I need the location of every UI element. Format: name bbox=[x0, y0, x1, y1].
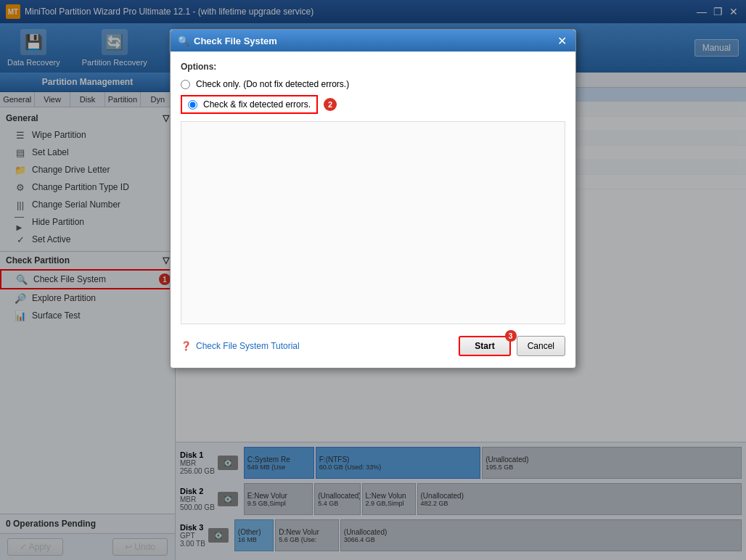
options-label: Options: bbox=[181, 62, 565, 72]
modal-title: Check File System bbox=[194, 36, 277, 46]
modal-buttons: Start 3 Cancel bbox=[459, 336, 565, 356]
option1-radio[interactable] bbox=[181, 80, 190, 89]
tutorial-label: Check File System Tutorial bbox=[196, 341, 300, 351]
badge-2: 2 bbox=[324, 98, 337, 111]
badge-3: 3 bbox=[505, 330, 517, 342]
cancel-button[interactable]: Cancel bbox=[517, 336, 565, 356]
modal-close-button[interactable]: ✕ bbox=[555, 34, 568, 47]
modal-title-icon: 🔍 bbox=[178, 36, 189, 46]
check-file-system-modal: 🔍 Check File System ✕ Options: Check onl… bbox=[170, 29, 576, 368]
modal-body: Options: Check only. (Do not fix detecte… bbox=[171, 52, 575, 368]
modal-footer: ❓ Check File System Tutorial Start 3 Can… bbox=[181, 332, 565, 358]
modal-content-area bbox=[181, 121, 565, 324]
tutorial-link[interactable]: ❓ Check File System Tutorial bbox=[181, 341, 300, 351]
option1-row[interactable]: Check only. (Do not fix detected errors.… bbox=[181, 79, 565, 89]
option2-radio[interactable] bbox=[188, 100, 197, 110]
option2-box: Check & fix detected errors. bbox=[181, 95, 318, 114]
start-btn-wrapper: Start 3 bbox=[459, 336, 510, 356]
option1-label: Check only. (Do not fix detected errors.… bbox=[196, 79, 349, 89]
option2-label: Check & fix detected errors. bbox=[203, 99, 311, 110]
modal-titlebar: 🔍 Check File System ✕ bbox=[171, 30, 575, 52]
modal-overlay: 🔍 Check File System ✕ Options: Check onl… bbox=[0, 0, 746, 560]
start-button[interactable]: Start bbox=[459, 336, 510, 356]
help-icon: ❓ bbox=[181, 341, 192, 351]
option2-row: Check & fix detected errors. 2 bbox=[181, 95, 565, 114]
